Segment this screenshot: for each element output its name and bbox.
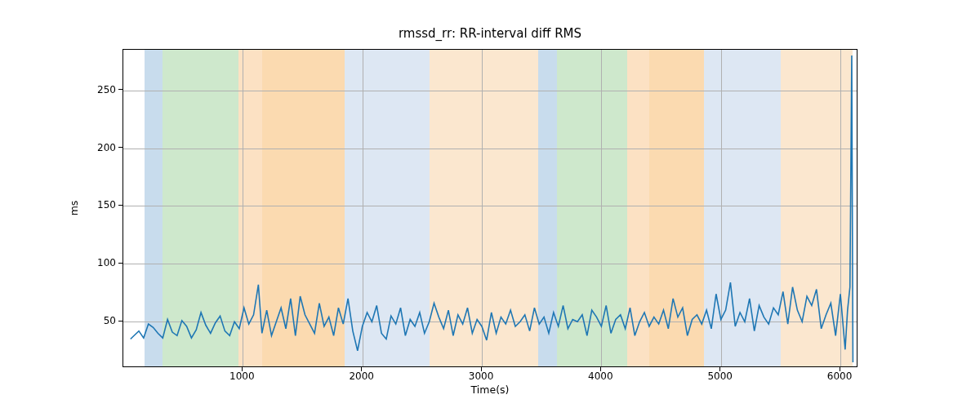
y-tick: 100 xyxy=(97,257,116,268)
plot-area xyxy=(122,49,858,367)
x-tick: 5000 xyxy=(707,370,733,382)
chart-title: rmssd_rr: RR-interval diff RMS xyxy=(122,26,858,41)
y-tick: 50 xyxy=(104,315,116,326)
x-tick: 6000 xyxy=(827,370,853,382)
x-tick-mark xyxy=(361,367,362,371)
rmssd-line xyxy=(131,55,853,362)
x-tick-mark xyxy=(242,367,243,371)
x-tick: 2000 xyxy=(349,370,374,382)
chart-container: rmssd_rr: RR-interval diff RMS Time(s) m… xyxy=(0,0,980,408)
y-tick: 200 xyxy=(97,142,116,153)
x-tick: 1000 xyxy=(229,370,255,382)
x-tick-mark xyxy=(600,367,601,371)
x-tick: 4000 xyxy=(588,370,613,382)
x-tick-mark xyxy=(719,367,720,371)
x-axis-label: Time(s) xyxy=(122,384,858,396)
x-tick-mark xyxy=(840,367,840,371)
y-axis-label: ms xyxy=(68,201,80,216)
line-series-layer xyxy=(123,50,858,367)
y-tick: 250 xyxy=(97,84,116,95)
x-tick-mark xyxy=(481,367,482,371)
y-tick: 150 xyxy=(97,199,116,211)
x-tick: 3000 xyxy=(469,370,494,382)
